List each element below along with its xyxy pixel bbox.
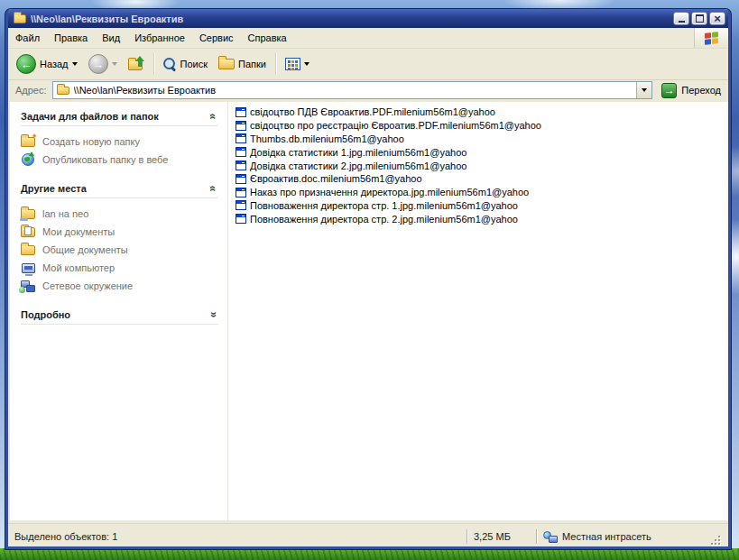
windows-flag-icon xyxy=(705,32,718,45)
search-button[interactable]: Поиск xyxy=(159,50,212,78)
file-icon xyxy=(236,133,246,143)
maximize-button[interactable] xyxy=(691,12,707,25)
forward-dropdown-icon[interactable] xyxy=(112,62,117,66)
up-icon xyxy=(128,59,144,70)
divider xyxy=(21,125,218,126)
address-bar: Адрес: \\Neo\lan\Реквизиты Евроактив Пер… xyxy=(8,80,728,102)
back-dropdown-icon[interactable] xyxy=(72,62,78,66)
address-folder-icon xyxy=(57,87,69,95)
chevron-down-icon[interactable] xyxy=(208,312,219,318)
resize-grip[interactable] xyxy=(710,535,722,546)
file-row[interactable]: Довідка статистики 2.jpg.milenium56m1@ya… xyxy=(236,159,728,172)
title-bar[interactable]: \\Neo\lan\Реквизиты Евроактив xyxy=(8,9,728,28)
file-name: Повноваження директора стр. 1.jpg.mileni… xyxy=(250,200,518,211)
file-row[interactable]: Довідка статистики 1.jpg.milenium56m1@ya… xyxy=(236,145,728,159)
status-selection: Выделено объектов: 1 xyxy=(8,527,466,546)
address-label: Адрес: xyxy=(15,85,47,96)
search-icon xyxy=(163,58,177,71)
sidebar-item-label: lan на neo xyxy=(42,208,88,219)
file-name: Thumbs.db.milenium56m1@yahoo xyxy=(250,133,404,144)
status-zone-label: Местная интрасеть xyxy=(562,531,651,542)
address-input[interactable]: \\Neo\lan\Реквизиты Евроактив xyxy=(52,81,653,99)
sidebar-item-label: Мои документы xyxy=(42,226,115,237)
views-button[interactable] xyxy=(281,50,314,78)
publish-web-icon xyxy=(22,153,34,166)
file-icon xyxy=(236,214,246,224)
my-computer-icon xyxy=(22,263,35,273)
views-dropdown-icon[interactable] xyxy=(304,62,309,66)
section-header-details[interactable]: Подробно xyxy=(21,309,218,320)
menu-file[interactable]: Файл xyxy=(8,28,47,48)
status-zone: Местная интрасеть xyxy=(537,527,728,546)
forward-button[interactable] xyxy=(84,50,122,78)
back-button[interactable]: Назад xyxy=(12,50,82,78)
explorer-window: \\Neo\lan\Реквизиты Евроактив Файл Правк… xyxy=(5,9,731,549)
sidebar-item-shared-documents[interactable]: Общие документы xyxy=(21,241,218,259)
shared-folder-icon xyxy=(21,209,35,219)
menu-tools[interactable]: Сервис xyxy=(192,28,241,48)
new-folder-icon xyxy=(21,137,35,147)
close-button[interactable] xyxy=(709,12,725,25)
network-places-icon xyxy=(21,280,35,292)
section-other-places: Другие места lan на neo Мои документы xyxy=(21,183,218,295)
section-title: Задачи для файлов и папок xyxy=(21,111,159,122)
sidebar-item-label: Создать новую папку xyxy=(42,136,140,147)
shared-documents-icon xyxy=(21,245,35,255)
sidebar-item-my-computer[interactable]: Мой компьютер xyxy=(21,259,218,277)
status-bar: Выделено объектов: 1 3,25 МБ Местная инт… xyxy=(8,523,728,546)
up-button[interactable] xyxy=(124,50,149,78)
file-icon xyxy=(236,161,246,170)
toolbar: Назад Поиск Папки xyxy=(8,49,728,80)
desktop-grass xyxy=(0,548,739,560)
back-icon xyxy=(16,54,36,74)
file-name: Євроактив.doc.milenium56m1@yahoo xyxy=(250,173,422,184)
section-title: Другие места xyxy=(21,183,87,194)
file-icon xyxy=(236,107,246,117)
file-row[interactable]: Повноваження директора стр. 1.jpg.mileni… xyxy=(236,199,728,213)
toolbar-separator xyxy=(153,53,154,75)
menu-help[interactable]: Справка xyxy=(241,28,294,48)
sidebar-item-new-folder[interactable]: Создать новую папку xyxy=(21,133,218,151)
intranet-icon xyxy=(543,531,558,543)
menu-edit[interactable]: Правка xyxy=(47,28,95,48)
section-header-file-tasks[interactable]: Задачи для файлов и папок xyxy=(21,111,218,122)
section-header-other-places[interactable]: Другие места xyxy=(21,183,218,194)
window-title: \\Neo\lan\Реквизиты Евроактив xyxy=(31,14,669,24)
file-row[interactable]: свідоцтво про реєстрацію Євроатив.PDF.mi… xyxy=(236,119,728,133)
window-folder-icon xyxy=(14,14,26,23)
minimize-button[interactable] xyxy=(673,12,689,25)
views-icon xyxy=(285,58,300,70)
go-icon xyxy=(661,83,677,98)
sidebar-item-lan-on-neo[interactable]: lan на neo xyxy=(21,205,218,223)
sidebar-item-publish-web[interactable]: Опубликовать папку в вебе xyxy=(21,151,218,169)
go-label: Переход xyxy=(681,85,721,96)
sidebar-item-my-documents[interactable]: Мои документы xyxy=(21,223,218,241)
file-name: Довідка статистики 1.jpg.milenium56m1@ya… xyxy=(250,147,466,158)
go-button[interactable]: Переход xyxy=(658,83,725,98)
menu-view[interactable]: Вид xyxy=(95,28,127,48)
window-controls xyxy=(673,12,725,25)
section-file-tasks: Задачи для файлов и папок Создать новую … xyxy=(21,111,218,169)
file-row[interactable]: Thumbs.db.milenium56m1@yahoo xyxy=(236,133,728,146)
divider xyxy=(21,324,218,325)
address-dropdown-button[interactable] xyxy=(636,82,651,98)
chevron-down-icon xyxy=(642,88,647,92)
section-details: Подробно xyxy=(21,309,218,325)
content-area: Задачи для файлов и папок Создать новую … xyxy=(8,102,728,523)
file-row[interactable]: Наказ про призначення директора.jpg.mile… xyxy=(236,186,728,199)
file-row[interactable]: Повноваження директора стр. 2.jpg.mileni… xyxy=(236,212,728,225)
chevron-up-icon[interactable] xyxy=(208,114,219,120)
folders-button[interactable]: Папки xyxy=(214,50,271,78)
file-name: свідоцтво ПДВ Євроактив.PDF.milenium56m1… xyxy=(250,106,495,117)
menu-favorites[interactable]: Избранное xyxy=(127,28,192,48)
my-documents-icon xyxy=(21,227,35,237)
address-value: \\Neo\lan\Реквизиты Евроактив xyxy=(74,85,633,96)
task-pane: Задачи для файлов и папок Создать новую … xyxy=(10,102,228,520)
file-row[interactable]: свідоцтво ПДВ Євроактив.PDF.milenium56m1… xyxy=(236,106,728,119)
divider xyxy=(21,197,218,198)
sidebar-item-label: Сетевое окружение xyxy=(42,280,133,291)
chevron-up-icon[interactable] xyxy=(208,186,219,192)
file-row[interactable]: Євроактив.doc.milenium56m1@yahoo xyxy=(236,172,728,186)
windows-logo xyxy=(694,28,728,48)
sidebar-item-network-places[interactable]: Сетевое окружение xyxy=(21,277,218,295)
